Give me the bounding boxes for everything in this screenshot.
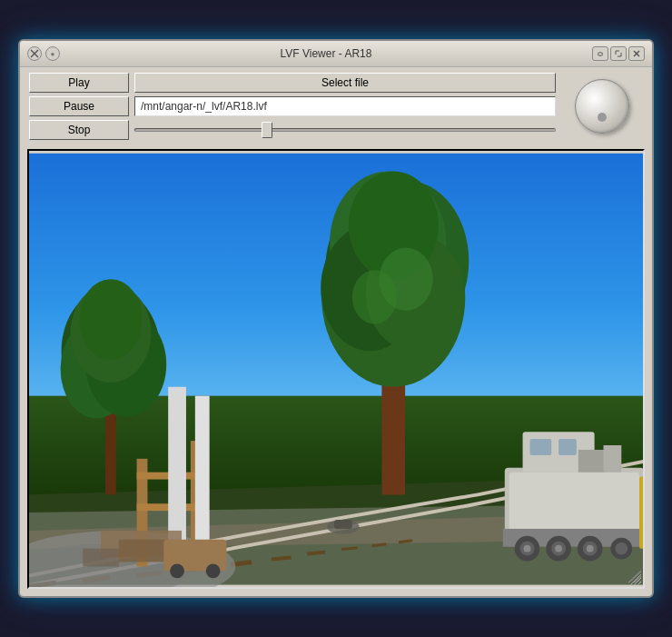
svg-point-32 — [206, 563, 221, 578]
svg-rect-71 — [334, 520, 352, 529]
svg-rect-54 — [558, 439, 577, 455]
toolbar: Play Select file Pause Stop — [20, 67, 652, 145]
title-bar-controls — [592, 46, 645, 61]
svg-point-43 — [352, 270, 397, 323]
restore-button[interactable] — [610, 46, 627, 61]
scene — [29, 151, 643, 587]
svg-rect-53 — [529, 439, 551, 455]
main-window: ● LVF Viewer - AR18 Play Select file Pau — [18, 39, 654, 598]
svg-line-18 — [399, 541, 412, 542]
pause-button[interactable]: Pause — [29, 96, 129, 116]
play-button[interactable]: Play — [29, 73, 129, 93]
svg-rect-28 — [83, 549, 119, 567]
knob-indicator — [598, 113, 607, 122]
svg-rect-55 — [578, 450, 606, 473]
svg-line-16 — [341, 548, 358, 550]
volume-knob-container — [561, 79, 643, 134]
window-title: LVF Viewer - AR18 — [60, 47, 592, 60]
menu-button[interactable]: ● — [45, 46, 60, 61]
slider-thumb[interactable] — [262, 122, 272, 138]
svg-rect-69 — [639, 477, 643, 549]
svg-point-63 — [555, 545, 562, 552]
file-path-input[interactable] — [134, 96, 556, 116]
svg-line-17 — [372, 544, 387, 546]
svg-point-68 — [615, 542, 628, 555]
svg-point-31 — [170, 563, 184, 578]
close-button[interactable] — [628, 46, 645, 61]
svg-line-14 — [272, 558, 292, 560]
svg-line-77 — [637, 582, 641, 585]
minimize-button[interactable] — [592, 46, 608, 61]
resize-handle[interactable] — [628, 572, 641, 585]
title-bar-left: ● — [27, 46, 60, 61]
svg-point-60 — [524, 545, 531, 552]
slider-container — [134, 128, 556, 132]
select-file-button[interactable]: Select file — [134, 73, 556, 93]
svg-rect-56 — [604, 445, 622, 473]
svg-point-49 — [79, 279, 142, 360]
svg-point-66 — [587, 545, 594, 552]
title-bar: ● LVF Viewer - AR18 — [20, 41, 652, 67]
svg-line-15 — [307, 552, 325, 554]
scene-svg — [29, 151, 643, 587]
svg-line-76 — [634, 578, 641, 585]
svg-rect-51 — [509, 473, 639, 533]
viewport — [27, 149, 645, 589]
slider-track[interactable] — [134, 128, 556, 132]
app-icon-button[interactable] — [27, 46, 42, 61]
stop-button[interactable]: Stop — [29, 120, 129, 140]
volume-knob[interactable] — [575, 79, 629, 134]
